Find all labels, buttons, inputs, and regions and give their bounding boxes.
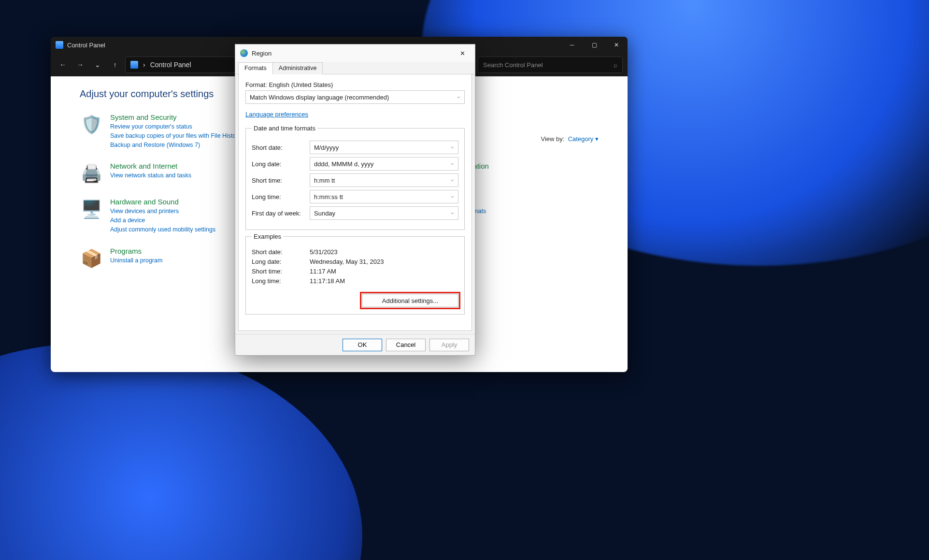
search-icon: ⌕	[614, 61, 617, 69]
ex-long-date-value: Wednesday, May 31, 2023	[310, 258, 384, 265]
ex-long-date-label: Long date:	[252, 258, 310, 265]
ok-button[interactable]: OK	[343, 339, 382, 351]
long-time-value: h:mm:ss tt	[314, 193, 343, 201]
first-day-combo[interactable]: Sunday	[310, 206, 458, 220]
control-panel-icon	[56, 41, 63, 49]
back-button[interactable]: ←	[56, 57, 70, 72]
up-button[interactable]: ↑	[108, 57, 122, 72]
category-links: Review your computer's statusSave backup…	[110, 122, 241, 149]
view-by-dropdown[interactable]: Category ▾	[568, 135, 599, 143]
globe-icon	[240, 49, 248, 57]
date-time-formats-group: Date and time formats Short date: M/d/yy…	[245, 125, 465, 230]
long-date-combo[interactable]: dddd, MMMM d, yyyy	[310, 157, 458, 171]
category-icon: 🖥️	[80, 198, 103, 221]
short-time-value: h:mm tt	[314, 177, 335, 184]
search-input[interactable]: Search Control Panel ⌕	[478, 57, 623, 73]
category-title[interactable]: Network and Internet	[110, 162, 191, 170]
apply-button[interactable]: Apply	[429, 339, 469, 351]
dialog-title: Region	[252, 50, 272, 57]
view-by: View by: Category ▾	[541, 135, 599, 143]
category-link[interactable]: Save backup copies of your files with Fi…	[110, 131, 241, 141]
first-day-label: First day of week:	[252, 210, 310, 217]
date-time-formats-legend: Date and time formats	[252, 125, 317, 132]
category-link[interactable]: Uninstall a program	[110, 256, 162, 265]
ex-short-time-label: Short time:	[252, 268, 310, 275]
ex-long-time-label: Long time:	[252, 277, 310, 285]
dialog-body: Format: English (United States) Match Wi…	[238, 74, 472, 331]
short-date-combo[interactable]: M/d/yyyy	[310, 141, 458, 154]
ex-short-date-value: 5/31/2023	[310, 248, 338, 256]
short-time-combo[interactable]: h:mm tt	[310, 173, 458, 187]
language-preferences-link[interactable]: Language preferences	[245, 111, 308, 118]
tab-strip: Formats Administrative	[235, 62, 475, 74]
ex-long-time-value: 11:17:18 AM	[310, 277, 345, 285]
category-title[interactable]: Hardware and Sound	[110, 198, 215, 206]
category-icon: 🖨️	[80, 162, 103, 185]
close-button[interactable]: ✕	[605, 37, 628, 53]
category-link[interactable]: Add a device	[110, 216, 215, 225]
examples-legend: Examples	[252, 233, 283, 240]
long-date-label: Long date:	[252, 160, 310, 168]
short-date-value: M/d/yyyy	[314, 144, 339, 151]
category-links: Uninstall a program	[110, 256, 162, 265]
short-time-label: Short time:	[252, 177, 310, 184]
category-title[interactable]: System and Security	[110, 113, 241, 121]
long-time-label: Long time:	[252, 193, 310, 201]
view-by-label: View by:	[541, 135, 564, 143]
category-links: View network status and tasks	[110, 171, 191, 180]
category-link[interactable]: View network status and tasks	[110, 171, 191, 180]
format-label: Format: English (United States)	[245, 81, 465, 88]
control-panel-icon	[130, 61, 138, 69]
forward-button[interactable]: →	[73, 57, 87, 72]
first-day-value: Sunday	[314, 210, 335, 217]
examples-group: Examples Short date:5/31/2023 Long date:…	[245, 233, 465, 315]
recent-locations-button[interactable]: ⌄	[90, 57, 105, 72]
dialog-titlebar[interactable]: Region ✕	[235, 44, 475, 62]
category-icon: 🛡️	[80, 113, 103, 136]
search-placeholder: Search Control Panel	[483, 61, 543, 69]
category-title[interactable]: Programs	[110, 247, 162, 255]
region-dialog: Region ✕ Formats Administrative Format: …	[235, 44, 475, 356]
window-title: Control Panel	[67, 42, 105, 49]
category-link[interactable]: Adjust commonly used mobility settings	[110, 225, 215, 234]
category-link[interactable]: Review your computer's status	[110, 122, 241, 131]
ex-short-date-label: Short date:	[252, 248, 310, 256]
category-icon: 📦	[80, 247, 103, 270]
maximize-button[interactable]: ▢	[583, 37, 605, 53]
tab-formats[interactable]: Formats	[238, 62, 273, 74]
category-link[interactable]: View devices and printers	[110, 207, 215, 216]
format-combo[interactable]: Match Windows display language (recommen…	[245, 90, 465, 104]
additional-settings-button[interactable]: Additional settings...	[362, 294, 458, 307]
dialog-footer: OK Cancel Apply	[235, 334, 475, 355]
short-date-label: Short date:	[252, 144, 310, 151]
breadcrumb-separator: ›	[143, 61, 145, 69]
long-time-combo[interactable]: h:mm:ss tt	[310, 190, 458, 203]
ex-short-time-value: 11:17 AM	[310, 268, 336, 275]
tab-administrative[interactable]: Administrative	[272, 62, 323, 74]
format-combo-value: Match Windows display language (recommen…	[250, 94, 389, 101]
minimize-button[interactable]: ─	[561, 37, 583, 53]
dialog-close-button[interactable]: ✕	[453, 46, 472, 60]
cancel-button[interactable]: Cancel	[386, 339, 426, 351]
category-links: View devices and printersAdd a deviceAdj…	[110, 207, 215, 234]
breadcrumb[interactable]: Control Panel	[150, 61, 191, 69]
long-date-value: dddd, MMMM d, yyyy	[314, 160, 374, 168]
category-link[interactable]: Backup and Restore (Windows 7)	[110, 141, 241, 150]
